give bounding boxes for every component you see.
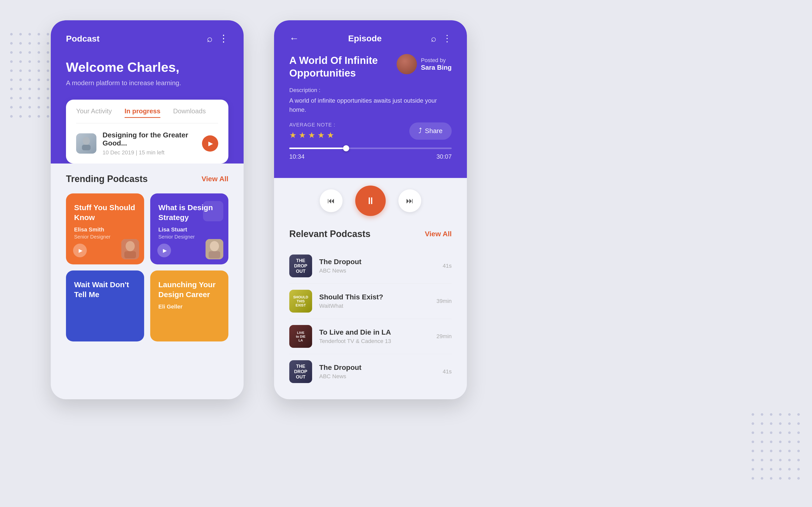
dropout-thumb-2: THEDROPOUT [289,360,312,383]
phones-container: Podcast ⌕ ⋮ Welcome Charles, A modern pl… [51,20,467,399]
relevant-item-1[interactable]: THEDROPOUT The Dropout ABC News 41s [289,248,452,284]
relevant-item-3[interactable]: LIVEto DIELA To Live and Die in LA Tende… [289,319,452,354]
relevant-section: Relevant Podcasts View All THEDROPOUT Th… [274,221,467,399]
play-button[interactable] [202,135,218,152]
card-2-overlay [203,201,223,221]
player-controls: ⏮ ⏸ ⏭ [274,178,467,221]
poster-avatar [397,54,417,74]
right-top-bar: ← Episode ⌕ ⋮ [289,33,452,44]
right-search-icon[interactable]: ⌕ [431,33,437,44]
stars: ★ ★ ★ ★ ★ [289,130,335,140]
poster-info: Posted by Sara Bing [421,57,452,71]
tab-in-progress[interactable]: In progress [124,107,161,118]
progress-fill [289,148,346,149]
welcome-section: Welcome Charles, A modern platform to in… [66,54,229,100]
relevant-name-4: The Dropout [319,363,436,372]
progress-track[interactable] [289,148,452,149]
back-button[interactable]: ← [289,33,299,44]
relevant-header: Relevant Podcasts View All [289,229,452,239]
activity-info: Designing for the Greater Good... 10 Dec… [103,131,196,156]
right-menu-icon[interactable]: ⋮ [443,33,452,44]
time-current: 10:34 [289,153,305,160]
pause-icon: ⏸ [366,195,375,206]
posted-by-label: Posted by [421,57,452,64]
star-5: ★ [327,130,334,140]
relevant-item-2[interactable]: SHOULDTHISEXIST Should This Exist? WaitW… [289,284,452,319]
activity-card: Your Activity In progress Downloads [66,100,229,164]
card-4-author: Eli Geller [158,303,220,310]
share-label: Share [425,127,443,135]
dot-grid-right: const dright = document.querySelector('.… [752,413,802,482]
card-1-play[interactable] [73,244,87,257]
share-button[interactable]: ⤴ Share [409,122,452,140]
share-icon: ⤴ [418,127,422,135]
next-button[interactable]: ⏭ [398,189,421,212]
search-icon[interactable]: ⌕ [207,33,213,44]
trending-title: Trending Podcasts [66,174,148,184]
podcast-grid: Stuff You Should Know Elisa Smith Senior… [66,193,229,341]
tab-your-activity[interactable]: Your Activity [76,107,112,118]
card-2-author: Lisa Stuart [158,226,220,233]
relevant-duration-4: 41s [443,368,452,375]
star-1: ★ [289,130,297,140]
time-total: 30:07 [437,153,452,160]
pause-button[interactable]: ⏸ [355,185,386,216]
relevant-duration-1: 41s [443,263,452,269]
card-3-title: Wait Wait Don't Tell Me [74,280,136,299]
card-1-thumb [121,239,139,259]
welcome-subtitle: A modern platform to increase learning. [66,79,229,87]
poster-avatar-image [397,54,417,74]
left-top-icons: ⌕ ⋮ [207,33,229,44]
star-3: ★ [308,130,315,140]
podcast-card-3[interactable]: Wait Wait Don't Tell Me [66,271,144,341]
right-phone: ← Episode ⌕ ⋮ A World Of Infinite Opport… [274,20,467,399]
relevant-sub-4: ABC News [319,373,436,380]
relevant-info-1: The Dropout ABC News [319,258,436,274]
activity-name: Designing for the Greater Good... [103,131,196,147]
prev-icon: ⏮ [327,196,335,205]
activity-item: Designing for the Greater Good... 10 Dec… [76,131,218,156]
star-2: ★ [299,130,306,140]
prev-button[interactable]: ⏮ [320,189,343,212]
relevant-title: Relevant Podcasts [289,229,370,239]
relevant-thumb-1: THEDROPOUT [289,255,312,277]
trending-view-all[interactable]: View All [201,175,229,183]
episode-poster: Posted by Sara Bing [397,54,452,74]
relevant-info-2: Should This Exist? WaitWhat [319,293,429,309]
svg-rect-1 [82,145,91,150]
card-2-play[interactable]: ▶ [157,244,171,257]
relevant-item-4[interactable]: THEDROPOUT The Dropout ABC News 41s [289,354,452,389]
star-4: ★ [317,130,325,140]
left-phone: Podcast ⌕ ⋮ Welcome Charles, A modern pl… [51,20,244,399]
relevant-view-all[interactable]: View All [425,230,452,238]
svg-rect-7 [209,251,220,258]
svg-point-0 [83,137,90,145]
relevant-duration-2: 39min [437,298,452,304]
menu-icon[interactable]: ⋮ [219,33,229,44]
activity-thumbnail [76,133,96,154]
shouldexist-thumb: SHOULDTHISEXIST [289,290,312,313]
progress-thumb[interactable] [343,145,349,151]
right-top-icons: ⌕ ⋮ [431,33,452,44]
tab-downloads[interactable]: Downloads [173,107,206,118]
podcast-card-2[interactable]: What is Design Strategy Lisa Stuart Seni… [150,193,229,265]
rating-row: AVERAGE NOTE : ★ ★ ★ ★ ★ ⤴ Share [289,122,452,140]
relevant-name-3: To Live and Die in LA [319,328,429,336]
relevant-sub-1: ABC News [319,268,436,274]
card-1-title: Stuff You Should Know [74,203,136,222]
activity-tabs: Your Activity In progress Downloads [76,107,218,123]
relevant-thumb-4: THEDROPOUT [289,360,312,383]
podcast-card-1[interactable]: Stuff You Should Know Elisa Smith Senior… [66,193,144,265]
card-4-title: Launching Your Design Career [158,280,220,299]
welcome-title: Welcome Charles, [66,59,229,75]
left-phone-header: Podcast ⌕ ⋮ Welcome Charles, A modern pl… [51,20,244,164]
progress-container[interactable]: 10:34 30:07 [289,148,452,160]
episode-header-row: A World Of Infinite Opportunities Posted… [289,54,452,79]
relevant-info-4: The Dropout ABC News [319,363,436,380]
left-header-title: Podcast [66,34,99,44]
description-text: A world of infinite opportunities awaits… [289,96,452,114]
trending-section: Trending Podcasts View All Stuff You Sho… [51,164,244,354]
poster-name: Sara Bing [421,64,452,71]
card-2-thumb [206,239,223,259]
podcast-card-4[interactable]: Launching Your Design Career Eli Geller [150,271,229,341]
